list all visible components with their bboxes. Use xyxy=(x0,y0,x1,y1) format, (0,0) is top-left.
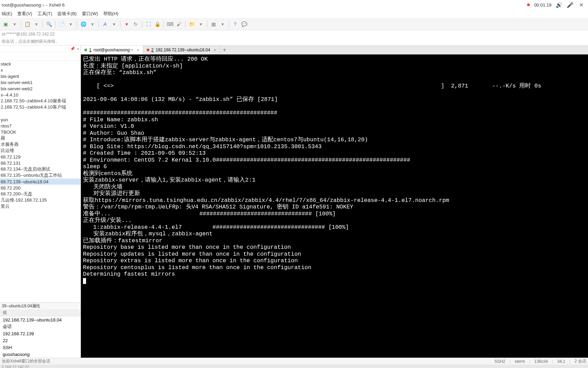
statusbar: 当前Xshell窗口的全部会话 SSH2 | xterm | 136x34 | … xyxy=(0,358,588,365)
property-row: 会话 xyxy=(0,323,81,330)
status-pos: 34,1 xyxy=(557,359,565,364)
properties-table: 值 192.168.72.139--ubuntu18.04会话192.168.7… xyxy=(0,309,81,358)
status-term: xterm xyxy=(515,359,525,364)
session-item[interactable]: 68.72.139--ubuntu18.04 xyxy=(0,178,81,185)
menubar: 辑(E) 查看(V) 工具(T) 选项卡(B) 窗口(W) 帮助(H) xyxy=(0,10,588,18)
separator xyxy=(77,21,77,28)
sidebar-search[interactable] xyxy=(0,52,81,61)
paste-icon[interactable]: 📄 xyxy=(58,20,65,28)
session-item[interactable]: 水服务器 xyxy=(0,141,81,147)
session-item[interactable]: bix-server-web2 xyxy=(0,85,81,92)
session-tab[interactable]: 2192.168.72.139--ubuntu18.04× xyxy=(143,45,220,54)
menu-edit[interactable]: 辑(E) xyxy=(2,11,12,17)
dropdown-icon[interactable]: ▾ xyxy=(32,20,40,28)
tab-close-icon[interactable]: × xyxy=(213,48,216,53)
comment-icon[interactable]: 💬 xyxy=(240,20,248,28)
dropdown-icon[interactable]: ▾ xyxy=(197,20,204,28)
dropdown-icon[interactable]: ▾ xyxy=(110,20,118,28)
menu-help[interactable]: 帮助(H) xyxy=(103,11,118,17)
session-item[interactable]: 2.168.72.50--zabbix4.4.10服务端 xyxy=(0,98,81,104)
menu-tools[interactable]: 工具(T) xyxy=(38,11,52,17)
record-timer: 00:01:19 xyxy=(534,2,552,8)
dropdown-icon[interactable]: ▾ xyxy=(67,20,74,28)
grid-icon[interactable]: ▦ xyxy=(210,20,217,28)
property-row: 22 xyxy=(0,337,81,344)
separator xyxy=(120,21,120,28)
new-session-icon[interactable]: ▣ xyxy=(2,20,9,28)
globe-icon[interactable]: 🌐 xyxy=(80,20,87,28)
session-item[interactable]: ntos7 xyxy=(0,123,81,129)
session-item[interactable]: bix-agent xyxy=(0,73,81,79)
session-item[interactable]: 68.72.200 xyxy=(0,185,81,191)
status-ssh: SSH2 xyxy=(494,359,505,364)
session-item[interactable]: TBOOK xyxy=(0,129,81,135)
session-item[interactable]: 羅 xyxy=(0,135,81,141)
brush-icon[interactable]: 🖌 xyxy=(175,20,183,28)
tab-close-icon[interactable]: × xyxy=(137,48,139,53)
menu-tabs[interactable]: 选项卡(B) xyxy=(57,11,76,17)
folder-icon[interactable]: 📁 xyxy=(188,20,196,28)
session-item[interactable]: 68.72.135--unbuntu无盘工作站 xyxy=(0,172,81,178)
close-panel-icon[interactable]: × xyxy=(77,47,79,51)
session-item[interactable]: x--4.4.10 xyxy=(0,92,81,98)
session-item[interactable]: 比运维 xyxy=(0,147,81,154)
expand-icon[interactable]: ⛶ xyxy=(145,20,152,28)
dropdown-icon[interactable]: ▾ xyxy=(219,20,226,28)
mic-mute-icon[interactable]: 🎤 xyxy=(567,1,574,8)
terminal[interactable]: 已发出 HTTP 请求，正在等待回应... 200 OK 长度：未指定 [app… xyxy=(81,54,588,358)
session-tab[interactable]: 1root@guoshaosong:~× xyxy=(81,45,143,54)
lock-icon[interactable]: 🔒 xyxy=(154,20,161,28)
heart-icon[interactable]: ♥ xyxy=(123,20,130,28)
open-icon[interactable]: ▾ xyxy=(11,20,18,28)
tab-number: 1 xyxy=(89,48,92,52)
session-item[interactable]: 68.72.134--无盘启动测试 xyxy=(0,166,81,172)
session-item[interactable]: 68.72.131 xyxy=(0,160,81,166)
props-column-header: 值 xyxy=(0,309,81,316)
session-item[interactable]: bix-server-web1 xyxy=(0,79,81,85)
separator xyxy=(21,21,21,28)
separator xyxy=(42,21,43,28)
session-item[interactable]: x xyxy=(0,67,81,73)
tab-label: 192.168.72.139--ubuntu18.04 xyxy=(156,48,210,52)
info-bar: 前会话，点击左侧的箭头按钮。 xyxy=(0,38,588,45)
font-icon[interactable]: A xyxy=(101,20,109,28)
close-icon[interactable]: ✕ xyxy=(578,1,585,8)
session-item[interactable]: 2.168.72.51--zabbix4.4.10客户端 xyxy=(0,104,81,110)
record-dot-icon xyxy=(527,3,530,6)
bottombar-text: 2.168.72.142:22 xyxy=(2,365,29,368)
terminal-cursor xyxy=(83,278,86,284)
main-area: 📌 × stackxbix-agentbix-server-web1bix-se… xyxy=(0,45,588,358)
sidebar-header: 📌 × xyxy=(0,45,81,52)
session-item[interactable]: yun xyxy=(0,116,81,123)
session-item[interactable]: 68.72.200--无盘 xyxy=(0,191,81,197)
properties-title: 39--ubuntu18.04属性 xyxy=(0,303,81,309)
help-icon[interactable]: ? xyxy=(231,20,239,28)
session-item[interactable]: 68.72.129 xyxy=(0,154,81,160)
property-row: guoshaosong xyxy=(0,351,81,358)
search-icon[interactable]: 🔍 xyxy=(45,20,53,28)
tab-number: 2 xyxy=(151,48,154,52)
pin-icon[interactable]: 📌 xyxy=(70,47,75,51)
tab-status-dot-icon xyxy=(147,49,149,51)
separator xyxy=(98,21,99,28)
session-item[interactable] xyxy=(0,110,81,116)
session-item[interactable]: 几运维-192.168.72.135 xyxy=(0,197,81,203)
keyboard-icon[interactable]: ⌨ xyxy=(166,20,174,28)
menu-window[interactable]: 窗口(W) xyxy=(82,11,98,17)
titlebar-controls: 00:01:19 🔊 🎤 ✕ xyxy=(527,0,588,10)
separator xyxy=(55,21,55,28)
property-row: SSH xyxy=(0,344,81,351)
copy-icon[interactable]: 📋 xyxy=(23,20,31,28)
refresh-icon[interactable]: ↻ xyxy=(132,20,139,28)
add-tab-button[interactable]: + xyxy=(220,45,229,54)
sidebar: 📌 × stackxbix-agentbix-server-web1bix-se… xyxy=(0,45,81,358)
menu-view[interactable]: 查看(V) xyxy=(17,11,32,17)
dropdown-icon[interactable]: ▾ xyxy=(88,20,96,28)
speaker-icon[interactable]: 🔊 xyxy=(556,1,563,8)
session-item[interactable]: stack xyxy=(0,61,81,67)
tab-status-dot-icon xyxy=(84,49,87,51)
session-item[interactable]: 里云 xyxy=(0,203,81,209)
separator xyxy=(185,21,186,28)
property-row: 192.168.72.139 xyxy=(0,330,81,337)
address-bar: ot:******@192.168.72.142:22 xyxy=(0,30,588,38)
